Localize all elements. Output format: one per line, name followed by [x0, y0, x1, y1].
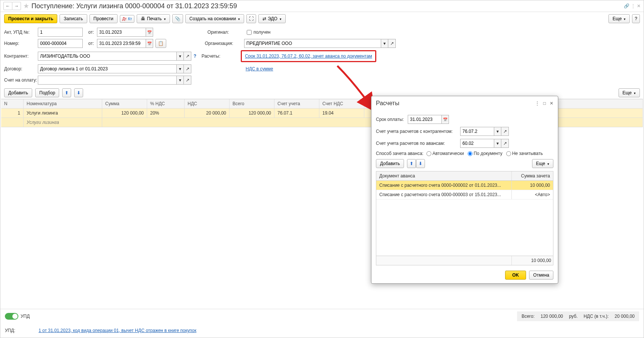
due-input[interactable] [408, 115, 441, 124]
window-title: Поступление: Услуги лизинга 0000-000004 … [31, 2, 237, 10]
dropdown-icon[interactable]: ▾ [494, 139, 501, 148]
popup-title: Расчеты [376, 100, 399, 107]
from-label-2: от: [83, 41, 94, 46]
dropdown-icon[interactable]: ▾ [176, 52, 184, 61]
akt-label: Акт, УПД №: [4, 30, 38, 35]
col-ndsacc: Счет НДС [319, 99, 364, 109]
popup-menu-icon[interactable]: ⋮ [535, 101, 540, 106]
cancel-button[interactable]: Отмена [529, 271, 553, 280]
upd-toggle[interactable] [5, 313, 18, 320]
original-label: Оригинал: [207, 30, 247, 35]
help-icon[interactable]: ? [194, 54, 196, 59]
open-icon[interactable]: ↗ [184, 64, 191, 73]
popup-move-down-button[interactable] [416, 159, 425, 168]
upd-link[interactable]: 1 от 31.01.2023, код вида операции 01, в… [39, 328, 196, 333]
num-input[interactable] [38, 39, 83, 48]
print-button[interactable]: 🖶 Печать [137, 14, 170, 23]
method-auto-radio[interactable] [426, 151, 431, 156]
counter-input[interactable] [38, 52, 176, 61]
advance-total: 10 000,00 [512, 256, 553, 265]
from-label-1: от: [83, 30, 94, 35]
contract-label: Договор: [4, 66, 38, 71]
contract-input[interactable] [38, 64, 176, 73]
col-doc: Документ аванса [376, 171, 512, 180]
nds-label: НДС (в т.ч.): [584, 314, 609, 319]
popup-maximize-icon[interactable]: □ [543, 101, 546, 106]
more-button[interactable]: Еще [608, 14, 630, 23]
open-icon[interactable]: ↗ [184, 76, 191, 85]
calendar-icon[interactable] [146, 39, 153, 48]
create-based-button[interactable]: Создать на основании [185, 14, 244, 23]
col-ndsrate: % НДС [147, 99, 185, 109]
post-button[interactable]: Провести [89, 14, 118, 23]
num-label: Номер: [4, 41, 38, 46]
calendar-icon[interactable] [441, 115, 449, 124]
popup-add-button[interactable]: Добавить [376, 159, 404, 168]
currency: руб. [569, 314, 578, 319]
acc1-label: Счет учета расчетов с контрагентом: [376, 129, 460, 134]
total-label: Всего: [522, 314, 535, 319]
method-none-radio[interactable] [506, 151, 511, 156]
acc2-input[interactable] [460, 139, 494, 148]
nds-link[interactable]: НДС в сумме [246, 66, 273, 71]
popup-more-button[interactable]: Еще [532, 159, 553, 168]
date-extra-button[interactable]: 📋 [155, 39, 166, 48]
upd-label: УПД: [5, 328, 39, 333]
close-icon[interactable]: ✕ [637, 3, 641, 9]
dropdown-icon[interactable]: ▾ [176, 64, 184, 73]
akt-no-input[interactable] [38, 28, 83, 37]
num-date-input[interactable] [97, 39, 146, 48]
method-doc-radio[interactable] [468, 151, 473, 156]
dropdown-icon[interactable]: ▾ [176, 76, 184, 85]
popup-move-up-button[interactable] [407, 159, 416, 168]
move-up-button[interactable] [62, 88, 71, 97]
attach-button[interactable]: 📎 [172, 14, 183, 23]
invoice-input[interactable] [38, 76, 176, 85]
acc1-input[interactable] [460, 127, 494, 136]
col-nom: Номенклатура [24, 99, 102, 109]
total-value: 120 000,00 [541, 314, 563, 319]
org-input[interactable] [244, 39, 381, 48]
invoice-label: Счет на оплату: [4, 77, 38, 83]
col-n: N [1, 99, 24, 109]
advance-table: Документ аванса Сумма зачета Списание с … [376, 171, 553, 265]
dropdown-icon[interactable]: ▾ [381, 39, 388, 48]
favorite-star-icon[interactable]: ★ [23, 2, 29, 10]
add-row-button[interactable]: Добавить [4, 88, 32, 97]
col-nds: НДС [185, 99, 230, 109]
calendar-icon[interactable] [146, 28, 153, 37]
dt-kt-button[interactable]: ДтКт [120, 15, 135, 23]
method-label: Способ зачета аванса: [376, 151, 426, 156]
open-icon[interactable]: ↗ [501, 127, 509, 136]
related-button[interactable]: ⛶ [246, 14, 256, 23]
received-checkbox[interactable] [247, 30, 252, 35]
link-icon[interactable]: 🔗 [624, 3, 629, 9]
post-and-close-button[interactable]: Провести и закрыть [4, 14, 57, 23]
org-label: Организация: [205, 41, 244, 46]
col-sum: Сумма [102, 99, 147, 109]
open-icon[interactable]: ↗ [388, 39, 396, 48]
open-icon[interactable]: ↗ [501, 139, 509, 148]
move-down-button[interactable] [74, 88, 83, 97]
advance-row[interactable]: Списание с расчетного счета 0000-000003 … [376, 190, 553, 200]
akt-date-input[interactable] [97, 28, 146, 37]
due-label: Срок оплаты: [376, 117, 408, 122]
popup-close-icon[interactable]: ✕ [550, 101, 553, 106]
ok-button[interactable]: OK [505, 271, 526, 280]
edo-button[interactable]: ⇄ ЭДО [258, 14, 286, 23]
nav-forward-button[interactable]: → [12, 2, 21, 10]
counter-label: Контрагент: [4, 54, 38, 59]
open-icon[interactable]: ↗ [184, 52, 191, 61]
calc-link[interactable]: Срок 31.01.2023, 76.07.2, 60.02, зачет а… [245, 54, 372, 59]
table-more-button[interactable]: Еще [619, 88, 640, 97]
advance-row[interactable]: Списание с расчетного счета 0000-000002 … [376, 181, 553, 190]
nav-back-button[interactable]: ← [3, 2, 12, 10]
dropdown-icon[interactable]: ▾ [494, 127, 501, 136]
pick-button[interactable]: Подбор [35, 88, 59, 97]
calculations-popup: Расчеты ⋮ □ ✕ Срок оплаты: Счет учета ра… [371, 96, 558, 284]
save-button[interactable]: Записать [60, 14, 87, 23]
acc2-label: Счет учета расчетов по авансам: [376, 141, 460, 146]
col-total: Всего [230, 99, 274, 109]
menu-dots-icon[interactable]: ⋮ [631, 3, 635, 9]
help-button[interactable]: ? [632, 14, 640, 23]
